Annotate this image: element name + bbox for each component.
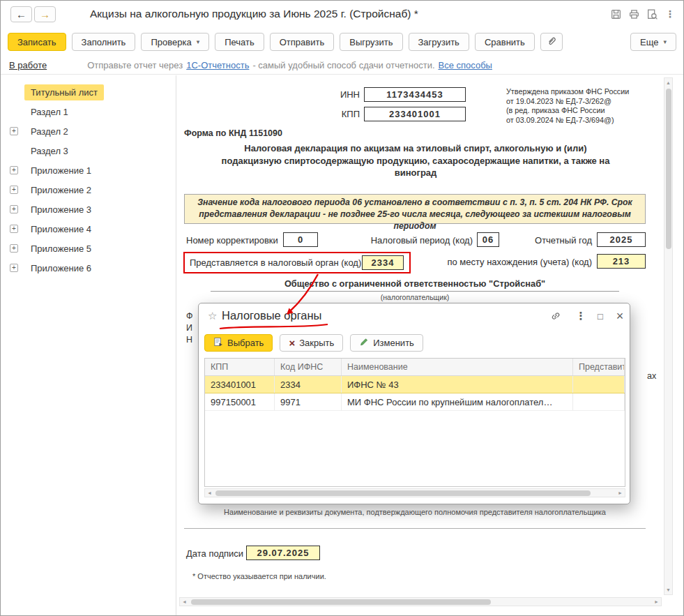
scroll-right-icon[interactable]: ► — [616, 488, 625, 497]
link-icon[interactable] — [549, 309, 563, 323]
cell-kpp: 997150001 — [205, 393, 275, 410]
location-code-field[interactable]: 213 — [597, 254, 646, 269]
more-dots-icon[interactable]: ⋮ — [574, 309, 588, 323]
hidden-field-fragment: Ф — [186, 311, 193, 321]
form-horizontal-scrollbar[interactable]: ◄ ► — [179, 597, 662, 606]
approval-note: Утверждена приказом ФНС России от 19.04.… — [506, 87, 656, 125]
back-arrow-icon: ← — [16, 8, 26, 20]
v-scrollbar-thumb[interactable] — [666, 89, 671, 249]
year-field[interactable]: 2025 — [597, 232, 646, 247]
sidebar-item-appendix-6[interactable]: +Приложение 6 — [1, 258, 176, 278]
taxpayer-caption: (налогоплательщик) — [184, 293, 646, 301]
sidebar-item-appendix-5[interactable]: +Приложение 5 — [1, 239, 176, 258]
kpp-field[interactable]: 233401001 — [364, 107, 466, 121]
export-button[interactable]: Выгрузить — [340, 33, 402, 51]
chevron-down-icon: ▾ — [197, 38, 200, 45]
column-representative[interactable]: Представитель — [573, 359, 625, 375]
scroll-right-icon[interactable]: ► — [652, 597, 661, 606]
compare-button[interactable]: Сравнить — [475, 33, 535, 51]
preview-icon[interactable] — [646, 8, 658, 20]
table-row[interactable]: 233401001 2334 ИФНС № 43 — [205, 376, 625, 393]
tax-period-field[interactable]: 06 — [477, 232, 499, 247]
maximize-icon[interactable]: □ — [593, 309, 607, 323]
knd-label: Форма по КНД 1151090 — [184, 128, 282, 138]
service-link[interactable]: 1С-Отчетность — [186, 60, 249, 70]
tax-period-label: Налоговый период (код) — [362, 235, 473, 246]
declaration-title: Налоговая декларация по акцизам на этило… — [220, 142, 611, 179]
h-scrollbar-thumb[interactable] — [191, 599, 491, 605]
column-name[interactable]: Наименование — [342, 359, 573, 375]
expand-plus-icon[interactable]: + — [10, 205, 18, 213]
authorities-table: КПП Код ИФНС Наименование Представитель … — [204, 358, 625, 487]
more-dots-icon[interactable]: ⋮ — [664, 8, 676, 20]
fill-button[interactable]: Заполнить — [72, 33, 136, 51]
print-button[interactable]: Печать — [215, 33, 264, 51]
select-icon — [213, 337, 223, 349]
period-notice: Значение кода налогового периода 06 уста… — [184, 194, 646, 224]
sidebar-item-section-3[interactable]: Раздел 3 — [1, 141, 176, 160]
app-window: ← → Акцизы на алкогольную продукцию за И… — [0, 0, 684, 616]
sign-date-field[interactable]: 29.07.2025 — [246, 546, 320, 560]
status-text: - самый удобный способ сдачи отчетности. — [252, 60, 434, 70]
back-button[interactable]: ← — [10, 6, 32, 22]
location-label: по месту нахождения (учета) (код) — [435, 257, 592, 267]
expand-plus-icon[interactable]: + — [10, 166, 18, 174]
form-vertical-scrollbar[interactable]: ▲ ▼ — [664, 77, 673, 595]
expand-plus-icon[interactable]: + — [10, 225, 18, 233]
scroll-left-icon[interactable]: ◄ — [205, 488, 214, 497]
scroll-left-icon[interactable]: ◄ — [180, 597, 189, 606]
sections-sidebar: Титульный лист Раздел 1 +Раздел 2 Раздел… — [1, 75, 176, 615]
close-x-icon: × — [289, 338, 295, 348]
hidden-field-fragment: И — [186, 323, 192, 333]
forward-button[interactable]: → — [34, 6, 56, 22]
year-label: Отчетный год — [526, 235, 592, 246]
cell-representative — [573, 393, 625, 410]
dialog-horizontal-scrollbar[interactable]: ◄ ► — [204, 488, 625, 497]
authority-code-field[interactable]: 2334 — [362, 255, 404, 270]
sign-date-label: Дата подписи — [186, 548, 243, 559]
forward-arrow-icon: → — [40, 8, 50, 20]
cell-code: 2334 — [275, 376, 342, 393]
expand-plus-icon[interactable]: + — [10, 264, 18, 272]
inn-field[interactable]: 1173434453 — [364, 87, 466, 102]
all-ways-link[interactable]: Все способы — [439, 60, 492, 70]
expand-plus-icon[interactable]: + — [10, 186, 18, 194]
scroll-up-icon[interactable]: ▲ — [664, 78, 673, 87]
dialog-h-scrollbar-thumb[interactable] — [215, 490, 591, 496]
table-header: КПП Код ИФНС Наименование Представитель — [205, 359, 625, 376]
correction-field[interactable]: 0 — [283, 232, 318, 247]
table-row[interactable]: 997150001 9971 МИ ФНС России по крупнейш… — [205, 393, 625, 411]
pencil-icon — [359, 337, 369, 349]
select-button[interactable]: Выбрать — [204, 334, 273, 352]
more-button[interactable]: Еще▾ — [630, 33, 676, 51]
sidebar-item-appendix-2[interactable]: +Приложение 2 — [1, 180, 176, 200]
sidebar-item-section-2[interactable]: +Раздел 2 — [1, 121, 176, 141]
import-button[interactable]: Загрузить — [409, 33, 469, 51]
expand-plus-icon[interactable]: + — [10, 244, 18, 253]
favorite-star-icon[interactable]: ☆ — [208, 310, 217, 322]
check-button[interactable]: Проверка▾ — [141, 33, 209, 51]
sidebar-item-appendix-3[interactable]: +Приложение 3 — [1, 200, 176, 219]
send-button[interactable]: Отправить — [270, 33, 334, 51]
sidebar-item-section-1[interactable]: Раздел 1 — [1, 102, 176, 121]
close-dialog-button[interactable]: × Закрыть — [280, 334, 343, 352]
form-divider — [184, 528, 646, 529]
sidebar-item-appendix-4[interactable]: +Приложение 4 — [1, 219, 176, 239]
expand-plus-icon[interactable]: + — [10, 127, 18, 135]
write-button[interactable]: Записать — [8, 33, 66, 51]
sidebar-item-title-page[interactable]: Титульный лист — [1, 82, 176, 102]
status-bar: В работе Отправьте отчет через 1С-Отчетн… — [1, 56, 683, 75]
inn-label: ИНН — [303, 89, 360, 100]
edit-button[interactable]: Изменить — [350, 334, 423, 352]
sidebar-item-appendix-1[interactable]: +Приложение 1 — [1, 160, 176, 180]
print-icon[interactable] — [628, 8, 640, 20]
close-icon[interactable]: × — [613, 309, 627, 323]
footnote: * Отчество указывается при наличии. — [192, 572, 326, 580]
report-state-link[interactable]: В работе — [9, 60, 47, 70]
save-icon[interactable] — [609, 8, 622, 20]
titlebar-icons: ⋮ — [609, 8, 676, 20]
column-kpp[interactable]: КПП — [205, 359, 275, 375]
attachments-button[interactable] — [540, 33, 563, 51]
scroll-down-icon[interactable]: ▼ — [664, 585, 673, 594]
column-code[interactable]: Код ИФНС — [275, 359, 342, 375]
